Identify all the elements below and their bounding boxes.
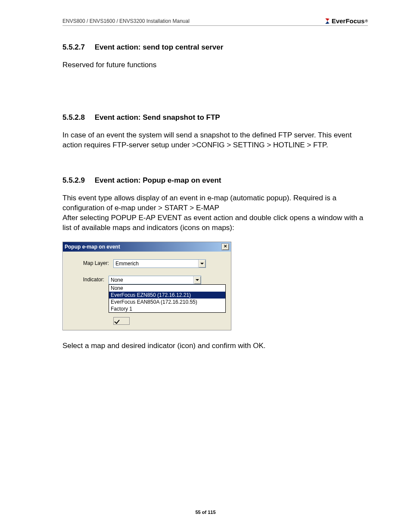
- brand-logo: EverFocus ®: [324, 17, 368, 25]
- body-5-5-2-7: Reserved for future functions: [62, 60, 368, 70]
- dropdown-option[interactable]: EverFocus EZN850 (172.16.12.21): [109, 292, 225, 299]
- dialog-title-text: Popup e-map on event: [65, 244, 120, 250]
- map-layer-value: Emmerich: [114, 260, 198, 268]
- heading-title: Event action: Popup e-map on event: [95, 176, 221, 184]
- page-footer: 55 of 115: [0, 510, 411, 515]
- indicator-dropdown-list[interactable]: None EverFocus EZN850 (172.16.12.21) Eve…: [109, 284, 226, 313]
- heading-number: 5.5.2.8: [62, 113, 93, 122]
- indicator-value: None: [109, 276, 193, 284]
- body-5-5-2-8: In case of an event the system will send…: [62, 131, 368, 150]
- body-5-5-2-9: This event type allows display of an eve…: [62, 193, 368, 233]
- heading-title: Event action: Send snapshot to FTP: [95, 113, 220, 121]
- heading-5-5-2-9: 5.5.2.9 Event action: Popup e-map on eve…: [62, 176, 368, 185]
- dropdown-option[interactable]: None: [109, 285, 225, 292]
- brand-name: EverFocus: [332, 17, 365, 25]
- everfocus-icon: [324, 18, 330, 24]
- ok-button[interactable]: [113, 317, 130, 325]
- indicator-combo[interactable]: None: [109, 276, 201, 284]
- chevron-down-icon[interactable]: [193, 276, 201, 284]
- popup-emap-dialog: Popup e-map on event ✕ Map Layer: Emmeri…: [62, 242, 231, 330]
- heading-5-5-2-8: 5.5.2.8 Event action: Send snapshot to F…: [62, 113, 368, 122]
- map-layer-label: Map Layer:: [68, 259, 113, 266]
- registered-mark: ®: [365, 19, 368, 23]
- dropdown-option[interactable]: EverFocus EAN850A (172.16.210.55): [109, 299, 225, 305]
- map-layer-combo[interactable]: Emmerich: [113, 259, 206, 268]
- dropdown-option[interactable]: Factory 1: [109, 305, 225, 312]
- heading-title: Event action: send top central server: [95, 43, 224, 51]
- page-header: ENVS800 / ENVS1600 / ENVS3200 Installati…: [62, 17, 368, 26]
- heading-number: 5.5.2.7: [62, 43, 93, 52]
- heading-number: 5.5.2.9: [62, 176, 93, 185]
- indicator-label: Indicator:: [68, 276, 109, 283]
- heading-5-5-2-7: 5.5.2.7 Event action: send top central s…: [62, 43, 368, 52]
- doc-title: ENVS800 / ENVS1600 / ENVS3200 Installati…: [62, 18, 190, 24]
- close-icon[interactable]: ✕: [221, 243, 229, 250]
- dialog-titlebar[interactable]: Popup e-map on event ✕: [63, 242, 231, 252]
- body-5-5-2-9-after: Select a map and desired indicator (icon…: [62, 341, 368, 351]
- chevron-down-icon[interactable]: [198, 260, 206, 268]
